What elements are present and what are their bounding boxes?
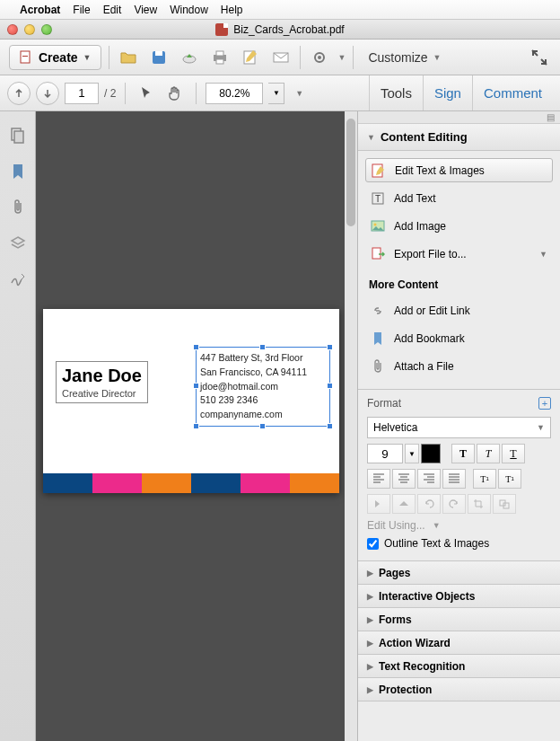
fullscreen-button[interactable] — [528, 46, 551, 69]
chevron-down-icon: ▼ — [539, 250, 547, 259]
text-color-swatch[interactable] — [421, 444, 441, 463]
align-center-button[interactable] — [392, 469, 416, 489]
accordion-forms[interactable]: ▶Forms — [358, 608, 560, 631]
card-address-line2: San Francisco, CA 94111 — [200, 366, 326, 380]
font-family-select[interactable]: Helvetica ▼ — [367, 417, 551, 438]
font-size-dropdown[interactable]: ▼ — [405, 444, 419, 463]
card-role: Creative Director — [62, 388, 142, 399]
flip-vertical-button[interactable] — [367, 494, 390, 514]
panel-grip[interactable]: ▤ — [358, 111, 560, 124]
add-image-tool[interactable]: Add Image — [365, 214, 553, 238]
card-phone: 510 239 2346 — [200, 393, 326, 408]
print-button[interactable] — [208, 46, 232, 69]
document-viewport[interactable]: Jane Doe Creative Director 447 Battery S… — [36, 111, 357, 741]
chevron-down-icon: ▼ — [367, 133, 375, 142]
card-website: companyname.com — [200, 408, 326, 422]
tab-tools[interactable]: Tools — [369, 75, 423, 110]
align-justify-button[interactable] — [442, 469, 466, 489]
bookmark-icon — [371, 331, 385, 346]
edit-button[interactable] — [239, 46, 262, 69]
close-window-button[interactable] — [7, 24, 18, 35]
align-right-button[interactable] — [417, 469, 441, 489]
svg-point-11 — [318, 56, 321, 59]
edit-using-dropdown[interactable]: Edit Using... ▼ — [367, 519, 551, 532]
pages-panel-icon[interactable] — [8, 126, 28, 146]
accordion-action-wizard[interactable]: ▶Action Wizard — [358, 631, 560, 655]
menu-edit[interactable]: Edit — [103, 4, 122, 16]
accordion-pages[interactable]: ▶Pages — [358, 561, 560, 585]
zoom-window-button[interactable] — [41, 24, 52, 35]
add-bookmark-tool[interactable]: Add Bookmark — [365, 326, 553, 350]
export-file-tool[interactable]: Export File to... ▼ — [365, 242, 553, 266]
svg-rect-13 — [14, 131, 23, 143]
open-file-button[interactable] — [117, 46, 140, 69]
superscript-button[interactable]: T1 — [473, 469, 496, 489]
pdf-file-icon — [215, 23, 228, 36]
crop-button[interactable] — [468, 494, 491, 514]
menu-window[interactable]: Window — [170, 4, 208, 16]
chevron-down-icon: ▼ — [537, 423, 545, 432]
zoom-dropdown-button[interactable]: ▼ — [268, 83, 284, 104]
left-sidebar — [0, 111, 36, 741]
link-icon — [371, 304, 385, 318]
next-page-button[interactable] — [36, 82, 59, 105]
select-tool-button[interactable] — [135, 82, 158, 105]
signatures-panel-icon[interactable] — [8, 269, 28, 289]
accordion-text-recognition[interactable]: ▶Text Recognition — [358, 655, 560, 678]
replace-button[interactable] — [493, 494, 516, 514]
rotate-ccw-button[interactable] — [417, 494, 441, 514]
bookmarks-panel-icon[interactable] — [8, 162, 28, 181]
chevron-down-icon[interactable]: ▼ — [295, 89, 303, 98]
accordion-protection[interactable]: ▶Protection — [358, 678, 560, 701]
rotate-cw-button[interactable] — [442, 494, 466, 514]
app-menu[interactable]: Acrobat — [20, 4, 60, 16]
accordion-interactive-objects[interactable]: ▶Interactive Objects — [358, 585, 560, 608]
tab-comment[interactable]: Comment — [472, 75, 553, 110]
cloud-button[interactable] — [178, 46, 201, 69]
add-format-button[interactable]: + — [538, 397, 551, 410]
prev-page-button[interactable] — [7, 82, 31, 105]
menu-file[interactable]: File — [73, 4, 90, 16]
scrollbar-thumb[interactable] — [346, 119, 355, 226]
svg-rect-7 — [216, 59, 223, 64]
card-name: Jane Doe — [62, 366, 142, 386]
card-email: jdoe@hotmail.com — [200, 380, 326, 394]
chevron-down-icon: ▼ — [433, 53, 442, 62]
outline-checkbox-input[interactable] — [367, 538, 379, 550]
settings-button[interactable] — [308, 46, 331, 69]
tab-sign[interactable]: Sign — [423, 75, 472, 110]
edit-text-images-tool[interactable]: Edit Text & Images — [365, 158, 553, 182]
email-button[interactable] — [269, 46, 293, 69]
subscript-button[interactable]: T1 — [498, 469, 521, 489]
create-button[interactable]: Create ▼ — [9, 45, 101, 70]
nav-toolbar: / 2 80.2% ▼ ▼ Tools Sign Comment — [0, 75, 560, 111]
attachments-panel-icon[interactable] — [8, 198, 28, 217]
svg-rect-0 — [21, 51, 30, 63]
selected-text-frame[interactable]: 447 Battery St, 3rd Floor San Francisco,… — [196, 347, 330, 427]
save-button[interactable] — [147, 46, 171, 69]
attach-file-tool[interactable]: Attach a File — [365, 354, 553, 378]
menu-view[interactable]: View — [134, 4, 157, 16]
vertical-scrollbar[interactable] — [345, 111, 357, 741]
paperclip-icon — [371, 359, 385, 374]
font-size-input[interactable] — [367, 444, 403, 463]
minimize-window-button[interactable] — [24, 24, 35, 35]
name-text-box[interactable]: Jane Doe Creative Director — [56, 361, 148, 403]
add-image-icon — [371, 219, 385, 234]
underline-button[interactable]: T — [502, 444, 525, 463]
add-link-tool[interactable]: Add or Edit Link — [365, 298, 553, 322]
zoom-level-display[interactable]: 80.2% — [206, 83, 263, 104]
window-titlebar: Biz_Cards_Acrobat.pdf — [0, 20, 560, 40]
italic-button[interactable]: T — [477, 444, 500, 463]
customize-button[interactable]: Customize ▼ — [361, 45, 448, 70]
page-number-input[interactable] — [65, 83, 99, 104]
menu-help[interactable]: Help — [221, 4, 243, 16]
content-editing-header[interactable]: ▼ Content Editing — [358, 124, 560, 151]
hand-tool-button[interactable] — [163, 82, 187, 105]
bold-button[interactable]: T — [451, 444, 475, 463]
align-left-button[interactable] — [367, 469, 390, 489]
flip-horizontal-button[interactable] — [392, 494, 416, 514]
layers-panel-icon[interactable] — [8, 234, 28, 253]
add-text-tool[interactable]: T Add Text — [365, 186, 553, 210]
outline-checkbox[interactable]: Outline Text & Images — [367, 537, 551, 550]
